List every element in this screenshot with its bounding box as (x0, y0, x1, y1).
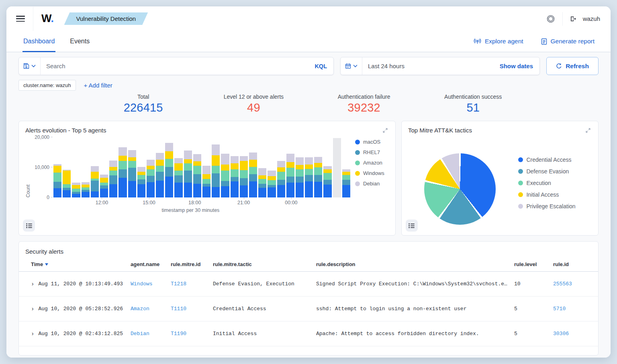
tab-dashboard[interactable]: Dashboard (22, 31, 55, 52)
search-bar: KQL (18, 57, 334, 75)
bar-segment-macos (156, 181, 164, 197)
column-header-agent-name[interactable]: agent.name (131, 261, 171, 267)
legend-item-windows[interactable]: Windows (355, 170, 389, 176)
legend-item-debian[interactable]: Debian (355, 181, 389, 187)
column-header-rule-level[interactable]: rule.level (514, 261, 553, 267)
bar-column (221, 137, 229, 197)
expand-panel-icon[interactable] (584, 127, 592, 134)
agent-name-link[interactable]: Windows (131, 281, 153, 287)
bar-segment-debian (202, 166, 210, 174)
bar-segment-debian (118, 147, 127, 156)
calendar-button[interactable] (341, 57, 362, 75)
bar-segment-amazon (53, 173, 61, 182)
bar-column (128, 137, 136, 197)
legend-item-macos[interactable]: macOS (355, 139, 389, 145)
legend-label: Windows (363, 170, 384, 176)
legend-toggle-button[interactable] (406, 220, 418, 232)
bar-segment-debian (268, 171, 276, 176)
security-alerts-panel: Security alerts Timeagent.namerule.mitre… (18, 241, 599, 356)
bar-column (333, 137, 341, 197)
expand-row-chevron[interactable]: › (31, 281, 34, 287)
rule-description-cell: Apache: Attempt to access forbidden dire… (316, 331, 514, 337)
explore-agent-label: Explore agent (485, 38, 523, 45)
rule-mitre-id-link[interactable]: T1190 (171, 331, 186, 337)
time-range-value[interactable]: Last 24 hours (362, 63, 493, 69)
page-content: KQL Last 24 hours Show dates Re (6, 52, 611, 358)
refresh-button[interactable]: Refresh (546, 57, 599, 75)
agent-name-link[interactable]: Amazon (131, 306, 149, 312)
bar-segment-windows (268, 176, 276, 181)
legend-label: Debian (363, 181, 380, 187)
kql-language-button[interactable]: KQL (308, 63, 333, 69)
wazuh-logo[interactable]: W. (41, 12, 54, 25)
legend-item-execution[interactable]: Execution (518, 180, 575, 186)
legend-item-defense-evasion[interactable]: Defense Evasion (518, 168, 575, 175)
bar-segment-rhel7 (296, 177, 304, 183)
column-header-time[interactable]: Time (31, 261, 131, 267)
bar-segment-macos (231, 181, 239, 197)
bar-segment-macos (202, 187, 210, 197)
show-dates-button[interactable]: Show dates (493, 63, 539, 69)
column-header-rule-description[interactable]: rule.description (316, 261, 514, 267)
rule-id-link[interactable]: 255563 (553, 281, 572, 287)
bar-segment-rhel7 (305, 175, 313, 182)
rule-id-link[interactable]: 5710 (553, 306, 566, 312)
generate-report-button[interactable]: Generate report (541, 38, 595, 45)
stat-value: 226415 (115, 101, 172, 114)
bar-segment-windows (323, 169, 331, 173)
chevron-down-icon (31, 65, 36, 67)
legend-dot (518, 192, 523, 197)
search-input[interactable] (41, 63, 308, 69)
stats-row: Total226415Level 12 or above alerts49Aut… (18, 94, 599, 114)
add-filter-button[interactable]: + Add filter (84, 82, 112, 89)
filter-chip[interactable]: cluster.name: wazuh (18, 80, 76, 91)
table-body: ›Aug 11, 2020 @ 10:13:49.493WindowsT1218… (19, 272, 598, 346)
legend-item-rhel7[interactable]: RHEL7 (355, 149, 389, 155)
expand-row-chevron[interactable]: › (31, 331, 34, 337)
module-breadcrumb-badge[interactable]: Vulnerability Detection (64, 12, 148, 25)
bar-segment-debian (147, 160, 155, 166)
legend-item-privilege-escalation[interactable]: Privilege Escalation (518, 203, 575, 209)
bar-segment-windows (100, 178, 108, 183)
time-value: Aug 10, 2020 @ 05:28:52.926 (38, 306, 123, 312)
rule-mitre-id-link[interactable]: T1218 (171, 281, 186, 287)
sort-desc-icon (45, 263, 48, 266)
legend-item-credential-access[interactable]: Credential Access (518, 157, 575, 163)
bar-segment-windows (314, 163, 322, 167)
bar-column (258, 137, 266, 197)
legend-toggle-button[interactable] (23, 220, 35, 232)
bar-segment-macos (137, 184, 145, 197)
health-ring-icon[interactable] (546, 14, 555, 23)
refresh-label: Refresh (566, 63, 589, 70)
x-tick-label: 21:00 (237, 200, 250, 205)
bar-segment-rhel7 (91, 181, 99, 191)
pie-chart (424, 153, 496, 225)
y-tick-mark (51, 137, 53, 137)
bar-segment-macos (109, 184, 117, 197)
column-header-label: rule.mitre.id (171, 261, 200, 267)
rule-id-link[interactable]: 30306 (553, 331, 569, 337)
column-header-rule-mitre-tactic[interactable]: rule.mitre.tactic (213, 261, 316, 267)
x-tick-mark (244, 197, 244, 199)
explore-agent-button[interactable]: Explore agent (474, 38, 523, 45)
top-header: W. Vulnerability Detection wazuh (6, 6, 611, 31)
bar-column (240, 137, 248, 197)
column-header-rule-mitre-id[interactable]: rule.mitre.id (171, 261, 213, 267)
expand-panel-icon[interactable] (382, 127, 389, 134)
column-header-rule-id[interactable]: rule.id (553, 261, 598, 267)
rule-mitre-id-cell: T1218 (171, 281, 213, 287)
refresh-icon (556, 63, 562, 69)
calendar-icon (345, 63, 351, 69)
expand-row-chevron[interactable]: › (31, 306, 34, 312)
logout-button[interactable]: wazuh (570, 15, 600, 22)
bar-segment-amazon (137, 175, 145, 179)
saved-queries-button[interactable] (19, 57, 41, 75)
legend-item-amazon[interactable]: Amazon (355, 160, 389, 166)
legend-item-initial-access[interactable]: Initial Access (518, 191, 575, 198)
bar-segment-amazon (193, 166, 201, 174)
agent-name-link[interactable]: Debian (131, 331, 149, 337)
hamburger-menu-icon[interactable] (16, 16, 25, 22)
tab-events[interactable]: Events (69, 31, 90, 52)
bar-segment-debian (193, 154, 201, 161)
rule-mitre-id-link[interactable]: T1110 (171, 306, 186, 312)
